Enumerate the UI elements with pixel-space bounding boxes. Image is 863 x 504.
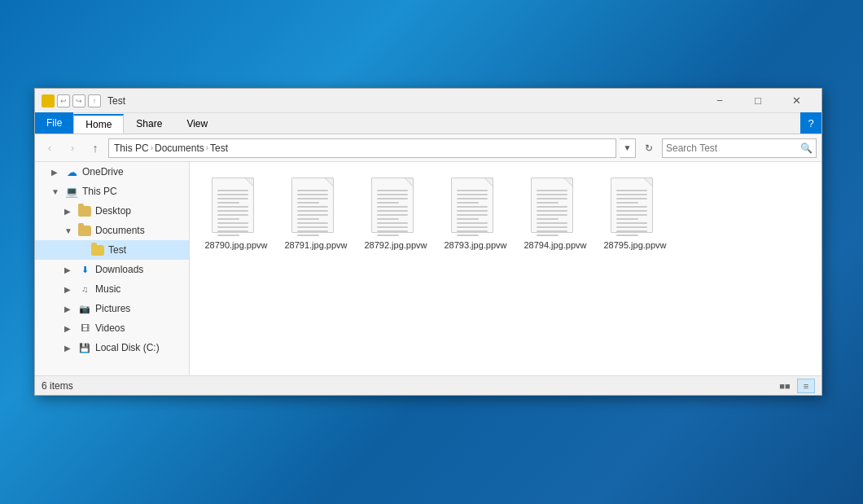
path-sep-1: › bbox=[151, 143, 153, 152]
sidebar-item-test[interactable]: Test bbox=[35, 240, 189, 260]
tab-view[interactable]: View bbox=[174, 114, 220, 134]
sidebar-label-desktop: Desktop bbox=[95, 205, 131, 217]
file-item[interactable]: 28793.jpg.ppvw bbox=[439, 172, 512, 256]
sidebar-label-videos: Videos bbox=[95, 322, 125, 334]
sidebar-label-this-pc: This PC bbox=[82, 186, 117, 197]
path-dropdown-button[interactable]: ▼ bbox=[620, 138, 636, 158]
file-icon bbox=[212, 177, 261, 236]
path-documents: Documents bbox=[155, 142, 204, 154]
back-button[interactable]: ‹ bbox=[40, 138, 59, 158]
expand-arrow-onedrive: ▶ bbox=[51, 168, 64, 177]
music-folder-icon: ♫ bbox=[77, 282, 92, 296]
doc-lines bbox=[217, 190, 248, 239]
title-bar-controls: − □ ✕ bbox=[701, 89, 815, 113]
file-name: 28793.jpg.ppvw bbox=[444, 239, 506, 251]
sidebar-item-this-pc[interactable]: ▼ 💻 This PC bbox=[35, 182, 189, 201]
doc-page bbox=[371, 177, 414, 233]
doc-lines bbox=[537, 190, 567, 239]
doc-page bbox=[611, 177, 653, 233]
expand-arrow-downloads: ▶ bbox=[64, 265, 77, 274]
view-list-button[interactable]: ≡ bbox=[797, 379, 815, 393]
sidebar-item-videos[interactable]: ▶ 🎞 Videos bbox=[35, 318, 189, 338]
forward-button[interactable]: › bbox=[63, 138, 82, 158]
address-bar: ‹ › ↑ This PC › Documents › Test ▼ ↻ 🔍 bbox=[35, 134, 821, 162]
sidebar-item-local-disk[interactable]: ▶ 💾 Local Disk (C:) bbox=[35, 338, 189, 357]
path-test: Test bbox=[210, 142, 228, 154]
onedrive-icon: ☁ bbox=[64, 164, 79, 179]
file-item[interactable]: 28790.jpg.ppvw bbox=[199, 172, 273, 256]
file-icon bbox=[371, 177, 420, 236]
file-icon bbox=[531, 177, 580, 236]
expand-arrow-pictures: ▶ bbox=[64, 305, 77, 313]
view-controls: ⁣■■ ≡ bbox=[776, 379, 815, 393]
downloads-folder-icon: ⬇ bbox=[77, 262, 92, 277]
sidebar-label-onedrive: OneDrive bbox=[82, 166, 124, 177]
file-icon bbox=[611, 177, 659, 236]
doc-lines bbox=[377, 190, 408, 239]
expand-arrow-this-pc: ▼ bbox=[51, 187, 64, 196]
file-name: 28795.jpg.ppvw bbox=[603, 239, 666, 251]
view-grid-button[interactable]: ⁣■■ bbox=[776, 379, 794, 393]
folder-icon-title bbox=[42, 94, 55, 107]
sidebar-item-desktop[interactable]: ▶ Desktop bbox=[35, 201, 189, 221]
sidebar: ▶ ☁ OneDrive ▼ 💻 This PC ▶ Desktop ▼ bbox=[35, 162, 190, 375]
file-area: 28790.jpg.ppvw 28791.jpg.ppvw 28792.jpg.… bbox=[190, 162, 821, 375]
up-arrow-icon: ↑ bbox=[88, 94, 101, 107]
file-icon bbox=[451, 177, 500, 236]
file-item[interactable]: 28791.jpg.ppvw bbox=[279, 172, 353, 256]
sidebar-item-music[interactable]: ▶ ♫ Music bbox=[35, 279, 189, 299]
doc-lines bbox=[616, 190, 647, 239]
file-item[interactable]: 28792.jpg.ppvw bbox=[359, 172, 432, 256]
search-input[interactable] bbox=[666, 142, 800, 154]
test-folder-icon bbox=[90, 243, 105, 257]
doc-page bbox=[531, 177, 573, 233]
sidebar-label-downloads: Downloads bbox=[95, 264, 143, 275]
title-bar-icons: ↩ ↪ ↑ bbox=[42, 94, 101, 107]
sidebar-label-pictures: Pictures bbox=[95, 303, 130, 314]
doc-page bbox=[291, 177, 334, 233]
file-item[interactable]: 28795.jpg.ppvw bbox=[598, 172, 672, 256]
file-name: 28791.jpg.ppvw bbox=[284, 239, 347, 251]
file-item[interactable]: 28794.jpg.ppvw bbox=[519, 172, 592, 256]
tab-home[interactable]: Home bbox=[73, 114, 124, 134]
desktop-folder-icon bbox=[77, 204, 92, 218]
sidebar-item-documents[interactable]: ▼ Documents bbox=[35, 221, 189, 240]
file-name: 28792.jpg.ppvw bbox=[364, 239, 427, 251]
path-this-pc: This PC bbox=[114, 142, 149, 154]
doc-page bbox=[451, 177, 493, 233]
search-icon: 🔍 bbox=[800, 142, 813, 154]
sidebar-label-documents: Documents bbox=[95, 225, 145, 236]
tab-file[interactable]: File bbox=[35, 112, 73, 134]
file-name: 28790.jpg.ppvw bbox=[204, 239, 267, 251]
close-button[interactable]: ✕ bbox=[778, 89, 815, 113]
main-content: ▶ ☁ OneDrive ▼ 💻 This PC ▶ Desktop ▼ bbox=[35, 162, 821, 375]
expand-arrow-desktop: ▶ bbox=[64, 207, 77, 216]
sidebar-label-music: Music bbox=[95, 283, 120, 295]
window-title: Test bbox=[107, 95, 701, 107]
doc-lines bbox=[297, 190, 328, 239]
redo-icon: ↪ bbox=[72, 94, 85, 107]
tab-share[interactable]: Share bbox=[124, 114, 174, 134]
sidebar-item-downloads[interactable]: ▶ ⬇ Downloads bbox=[35, 260, 189, 279]
expand-arrow-documents: ▼ bbox=[64, 226, 77, 235]
minimize-button[interactable]: − bbox=[701, 89, 738, 113]
refresh-button[interactable]: ↻ bbox=[639, 138, 659, 158]
up-button[interactable]: ↑ bbox=[85, 138, 105, 158]
expand-arrow-videos: ▶ bbox=[64, 324, 77, 333]
doc-page bbox=[212, 177, 254, 233]
path-sep-2: › bbox=[206, 143, 208, 152]
maximize-button[interactable]: □ bbox=[739, 89, 777, 113]
status-bar: 6 items ⁣■■ ≡ bbox=[35, 375, 821, 395]
sidebar-item-pictures[interactable]: ▶ 📷 Pictures bbox=[35, 299, 189, 318]
search-box[interactable]: 🔍 bbox=[662, 138, 817, 158]
sidebar-item-onedrive[interactable]: ▶ ☁ OneDrive bbox=[35, 162, 189, 182]
help-button[interactable]: ? bbox=[800, 112, 821, 134]
title-bar: ↩ ↪ ↑ Test − □ ✕ bbox=[35, 89, 821, 113]
local-disk-icon: 💾 bbox=[77, 340, 92, 355]
expand-arrow-local-disk: ▶ bbox=[64, 344, 77, 353]
this-pc-icon: 💻 bbox=[64, 184, 79, 199]
sidebar-label-test: Test bbox=[108, 244, 126, 256]
doc-lines bbox=[457, 190, 488, 239]
address-path[interactable]: This PC › Documents › Test bbox=[108, 138, 616, 158]
pictures-folder-icon: 📷 bbox=[77, 301, 92, 316]
